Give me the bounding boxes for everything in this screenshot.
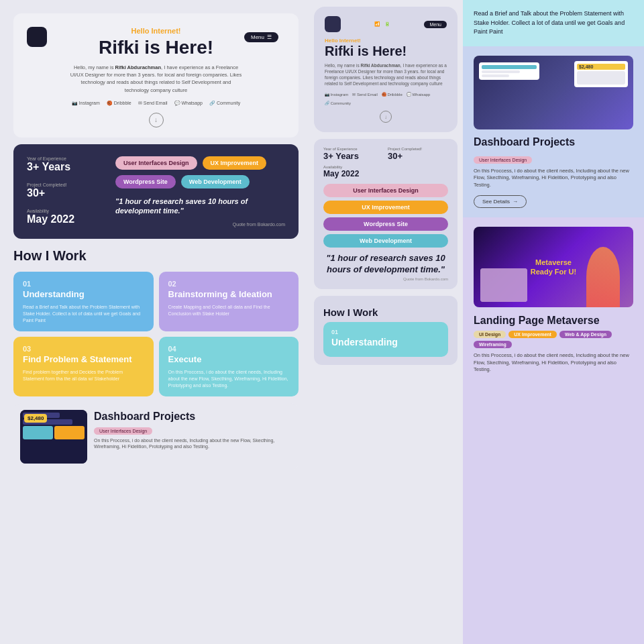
step-4-name: Execute	[168, 354, 290, 365]
mobile-link-community[interactable]: 🔗 Community	[325, 101, 351, 105]
arrow-icon: →	[513, 199, 518, 205]
step-4-num: 04	[168, 345, 290, 353]
dashboard-info: Dashboard Projects User Interfaces Desig…	[94, 410, 292, 450]
tablet-screen	[480, 268, 527, 302]
metaverse-tags: UI Design UX Improvement Web & App Desig…	[474, 331, 633, 348]
step-1-num: 01	[23, 280, 144, 288]
mobile-links: 📷 Instagram ✉ Send Email 🏀 Dribbble 💬 Wh…	[325, 92, 447, 105]
metaverse-tag-web: Web & App Design	[559, 331, 612, 338]
skill-ux-improvement[interactable]: UX Improvement	[203, 156, 267, 170]
person-silhouette	[586, 247, 620, 307]
hero-card: Menu ☰ Hello Internet! Rifki is Here! He…	[13, 13, 299, 138]
availability-stat: Availability May 2022	[27, 209, 107, 225]
dashboard-projects-tag: User Interfaces Design	[474, 156, 532, 164]
quote-source: Quote from Bokardo.com	[115, 222, 285, 227]
mobile-stats-grid: Year of Experience 3+ Years Project Comp…	[323, 147, 448, 161]
menu-button[interactable]: Menu ☰	[244, 32, 278, 42]
scroll-button[interactable]: ↓	[149, 113, 164, 127]
mobile-skill-web[interactable]: Web Development	[323, 234, 448, 248]
dp-chart	[577, 71, 625, 85]
mini-dashboard-visual: $2,480	[20, 410, 87, 464]
mobile-stats-section: Year of Experience 3+ Years Project Comp…	[314, 139, 458, 289]
mobile-skill-ux[interactable]: UX Improvement	[323, 201, 448, 214]
skill-row-2: Wordpress Site Web Development	[115, 175, 285, 189]
link-dribbble[interactable]: 🏀 Dribbble	[107, 101, 131, 106]
column-3: Read a Brief and Talk about the Problem …	[463, 0, 644, 644]
menu-label: Menu	[251, 34, 264, 40]
mobile-skills: User Interfaces Design UX Improvement Wo…	[323, 184, 448, 248]
mobile-quote: "1 hour of research saves 10 hours of de…	[323, 253, 448, 276]
skill-web-dev[interactable]: Web Development	[181, 175, 250, 189]
skills-column: User Interfaces Design UX Improvement Wo…	[115, 156, 285, 227]
dash-block-1	[23, 426, 53, 439]
step-3-num: 03	[23, 345, 144, 353]
mobile-title: Rifki is Here!	[325, 44, 447, 58]
mobile-menu-button[interactable]: Menu	[424, 21, 447, 28]
dashboard-projects-desc: On this Proccess, i do about the client …	[474, 168, 633, 189]
step-understanding: 01 Understanding Read a Brief and Talk a…	[13, 272, 154, 331]
dashboard-bottom-desc: On this Proccess, i do about the client …	[94, 437, 292, 451]
step-find-problem: 03 Find Problem & Statement Find problem…	[13, 337, 154, 396]
metaverse-title: Landing Page Metaverse	[474, 314, 633, 327]
mobile-skill-ui[interactable]: User Interfaces Design	[323, 184, 448, 197]
step-2-desc: Create Mapping and Collect all data and …	[168, 304, 290, 317]
step-brainstorming: 02 Brainstorming & Ideation Create Mappi…	[159, 272, 299, 331]
mobile-projects: Project Completed! 30+	[388, 147, 448, 161]
column-2-mobile: 📶 🔋 Menu Hello Internet! Rifki is Here! …	[309, 0, 463, 644]
link-community[interactable]: 🔗 Community	[209, 101, 240, 106]
mobile-how-section: How I Work 01 Understanding	[314, 296, 458, 365]
dp-sidebar	[479, 62, 539, 80]
metaverse-img-text: Metaverse Ready For U!	[531, 258, 576, 277]
step-2-num: 02	[168, 280, 290, 288]
dash-block-2	[54, 426, 85, 439]
mobile-link-instagram[interactable]: 📷 Instagram	[325, 92, 348, 97]
metaverse-card: Metaverse Ready For U! Landing Page Meta…	[463, 217, 644, 644]
hero-hello: Hello Internet!	[34, 27, 278, 35]
stats-column: Year of Experience 3+ Years Project Comp…	[27, 156, 107, 227]
dash-stat: $2,480	[24, 414, 47, 423]
top-info-card: Read a Brief and Talk about the Problem …	[463, 0, 644, 46]
metaverse-img-title: Metaverse	[535, 258, 572, 266]
link-whatsapp[interactable]: 💬 Whatsapp	[174, 101, 203, 106]
step-1-name: Understanding	[23, 289, 144, 300]
mobile-hello: Hello Internet!	[325, 38, 447, 44]
stats-skills-section: Year of Experience 3+ Years Project Comp…	[13, 144, 299, 239]
mobile-quote-source: Quote from Bokardo.com	[323, 277, 448, 281]
step-execute: 04 Execute On this Proccess, i do about …	[159, 337, 299, 396]
experience-label: Year of Experience	[27, 156, 107, 161]
experience-stat: Year of Experience 3+ Years	[27, 156, 107, 173]
dashboard-project-image: $2,480	[474, 56, 633, 129]
metaverse-image-content: Metaverse Ready For U!	[531, 258, 576, 277]
dashboard-projects-title: Dashboard Projects	[474, 136, 633, 148]
mobile-link-whatsapp[interactable]: 💬 Whatsapp	[407, 92, 431, 97]
skill-wordpress[interactable]: Wordpress Site	[115, 175, 176, 189]
hero-links: 📷 Instagram 🏀 Dribbble ✉ Send Email 💬 Wh…	[34, 101, 278, 106]
see-details-button[interactable]: See Details →	[474, 195, 527, 208]
mobile-step-1-num: 01	[331, 329, 440, 335]
mobile-how-title: How I Work	[323, 307, 448, 318]
link-email[interactable]: ✉ Send Email	[138, 101, 168, 106]
dp-sidebar-item	[482, 65, 537, 69]
column-1: Menu ☰ Hello Internet! Rifki is Here! He…	[0, 0, 309, 644]
projects-value: 30+	[27, 187, 107, 199]
mobile-description: Hello, my name is Rifki Abdurachman, I h…	[325, 62, 447, 87]
mobile-scroll[interactable]: ↓	[380, 111, 392, 123]
dashboard-projects-card: $2,480 Dashboard Projects User Interface…	[463, 46, 644, 218]
mobile-link-dribbble[interactable]: 🏀 Dribbble	[382, 92, 402, 97]
mobile-proj-value: 30+	[388, 151, 448, 161]
dp-main-area: $2,480	[574, 61, 628, 87]
mobile-link-email[interactable]: ✉ Send Email	[352, 92, 377, 97]
skill-ui-design[interactable]: User Interfaces Design	[115, 156, 197, 170]
step-4-desc: On this Proccess, i do about the client …	[168, 369, 290, 388]
mobile-frame: 📶 🔋 Menu Hello Internet! Rifki is Here! …	[314, 7, 458, 132]
menu-icon: ☰	[267, 34, 272, 40]
step-3-desc: Find problem together and Decides the Pr…	[23, 369, 144, 382]
mobile-skill-wp[interactable]: Wordpress Site	[323, 217, 448, 231]
mobile-availability: Availability May 2022	[323, 165, 448, 178]
mobile-logo	[325, 16, 341, 32]
metaverse-desc: On this Proccess, i do about the client …	[474, 352, 633, 374]
mobile-avail-value: May 2022	[323, 169, 448, 178]
link-instagram[interactable]: 📷 Instagram	[72, 101, 100, 106]
step-3-name: Find Problem & Statement	[23, 354, 144, 365]
page-layout: Menu ☰ Hello Internet! Rifki is Here! He…	[0, 0, 644, 644]
